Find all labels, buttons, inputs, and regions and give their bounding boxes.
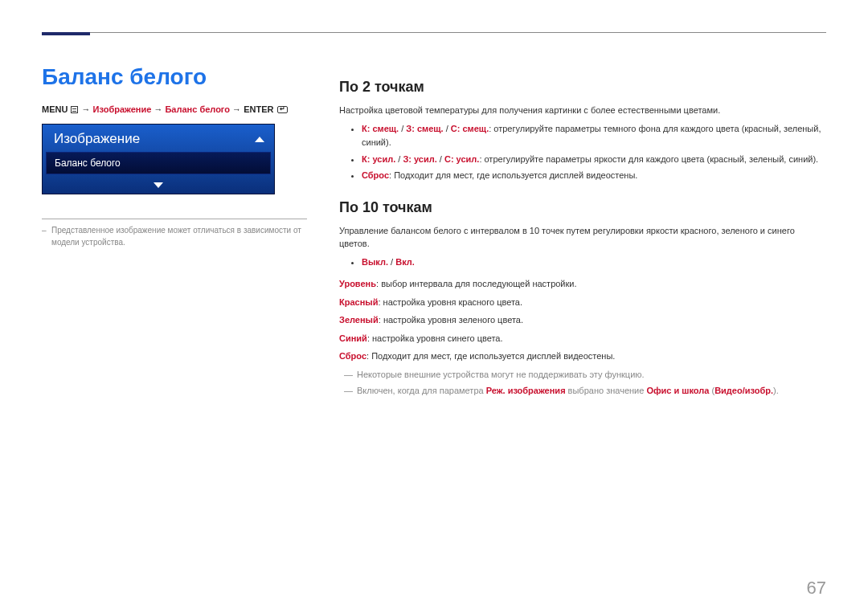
green-line: Зеленый: настройка уровня зеленого цвета… xyxy=(339,313,826,327)
term-r-gain: К: усил. xyxy=(362,154,395,164)
term-level: Уровень xyxy=(339,279,376,288)
list-item: Выкл. / Вкл. xyxy=(362,255,826,270)
header-rule xyxy=(42,32,826,33)
term-office-school: Офис и школа xyxy=(646,386,709,395)
term-b-gain: С: усил. xyxy=(444,154,479,164)
term-video-image: Видео/изобр. xyxy=(714,386,773,395)
list-item: К: усил. / З: усил. / С: усил.: отрегули… xyxy=(362,153,826,167)
section-heading-10points: По 10 точкам xyxy=(339,199,826,216)
sep: / xyxy=(388,257,395,267)
footnote-1: Некоторые внешние устройства могут не по… xyxy=(339,368,826,382)
chevron-down-icon[interactable] xyxy=(154,182,163,188)
note2-pre: Включен, когда для параметра xyxy=(357,386,486,395)
term-blue: Синий xyxy=(339,333,367,343)
list-item: К: смещ. / З: смещ. / С: смещ.: отрегули… xyxy=(362,122,826,150)
section2-intro: Управление балансом белого с интервалом … xyxy=(339,224,826,251)
text: : выбор интервала для последующей настро… xyxy=(376,279,577,288)
text: : настройка уровня синего цвета. xyxy=(367,333,503,343)
sep: / xyxy=(395,154,403,164)
right-column: По 2 точкам Настройка цветовой температу… xyxy=(331,64,826,399)
page-title: Баланс белого xyxy=(42,64,307,90)
term-red: Красный xyxy=(339,297,378,307)
note2-close: ). xyxy=(773,386,779,395)
sep: / xyxy=(444,124,451,133)
term-green: Зеленый xyxy=(339,315,379,325)
section-heading-2points: По 2 точкам xyxy=(339,79,826,96)
osd-footer xyxy=(43,178,274,194)
menu-icon xyxy=(71,106,78,113)
chevron-up-icon[interactable] xyxy=(255,137,264,142)
page-content: Баланс белого MENU → Изображение → Балан… xyxy=(42,64,826,399)
breadcrumb-arrow: → xyxy=(82,104,91,114)
term-off: Выкл. xyxy=(362,257,388,267)
item-text: : Подходит для мест, где используется ди… xyxy=(389,170,637,180)
breadcrumb-arrow: → xyxy=(154,104,162,114)
page-number: 67 xyxy=(807,578,826,599)
separator xyxy=(42,219,307,219)
breadcrumb-path-2: Баланс белого xyxy=(165,104,230,114)
term-on: Вкл. xyxy=(395,257,415,267)
section1-intro: Настройка цветовой температуры для получ… xyxy=(339,104,826,117)
breadcrumb-enter: ENTER xyxy=(244,104,273,114)
term-reset: Сброс xyxy=(362,170,389,180)
footnote-2: Включен, когда для параметра Реж. изобра… xyxy=(339,384,826,398)
section1-list: К: смещ. / З: смещ. / С: смещ.: отрегули… xyxy=(339,122,826,183)
osd-title: Изображение xyxy=(54,131,140,147)
text: : настройка уровня зеленого цвета. xyxy=(379,315,523,325)
sep: / xyxy=(437,154,444,164)
text: : настройка уровня красного цвета. xyxy=(378,297,522,307)
item-text: : отрегулируйте параметры яркости для ка… xyxy=(479,154,818,164)
reset-line: Сброс: Подходит для мест, где использует… xyxy=(339,349,826,363)
term-r-offset: К: смещ. xyxy=(362,124,399,133)
breadcrumb: MENU → Изображение → Баланс белого → ENT… xyxy=(42,104,307,114)
breadcrumb-menu: MENU xyxy=(42,104,68,114)
blue-line: Синий: настройка уровня синего цвета. xyxy=(339,332,826,345)
note2-mid: выбрано значение xyxy=(566,386,647,395)
term-g-gain: З: усил. xyxy=(403,154,436,164)
section2-list: Выкл. / Вкл. xyxy=(339,255,826,270)
term-picture-mode: Реж. изображения xyxy=(486,386,566,395)
term-b-offset: С: смещ. xyxy=(451,124,489,133)
osd-selected-item[interactable]: Баланс белого xyxy=(46,152,271,174)
osd-header: Изображение xyxy=(43,125,274,152)
header-accent xyxy=(42,32,90,35)
left-column: Баланс белого MENU → Изображение → Балан… xyxy=(42,64,331,399)
image-disclaimer: Представленное изображение может отличат… xyxy=(42,224,307,248)
list-item: Сброс: Подходит для мест, где использует… xyxy=(362,169,826,183)
text: : Подходит для мест, где используется ди… xyxy=(366,351,615,361)
term-reset: Сброс xyxy=(339,351,366,361)
breadcrumb-path-1: Изображение xyxy=(93,104,152,114)
red-line: Красный: настройка уровня красного цвета… xyxy=(339,296,826,309)
enter-icon xyxy=(277,106,288,113)
sep: / xyxy=(399,124,406,133)
term-g-offset: З: смещ. xyxy=(406,124,443,133)
level-line: Уровень: выбор интервала для последующей… xyxy=(339,277,826,291)
osd-panel: Изображение Баланс белого xyxy=(42,124,275,194)
breadcrumb-arrow: → xyxy=(232,104,241,114)
